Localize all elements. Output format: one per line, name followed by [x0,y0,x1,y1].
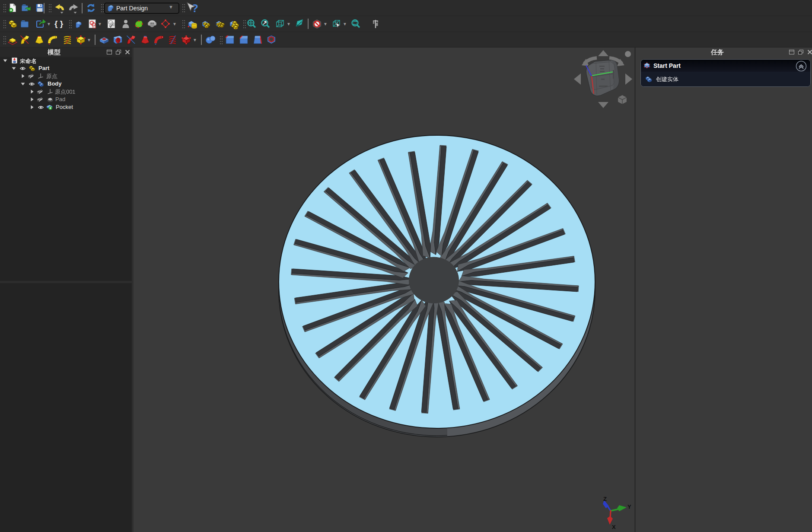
svg-text:Y: Y [627,503,631,510]
svg-text:X: X [612,524,616,530]
svg-text:Z: Z [603,496,607,502]
